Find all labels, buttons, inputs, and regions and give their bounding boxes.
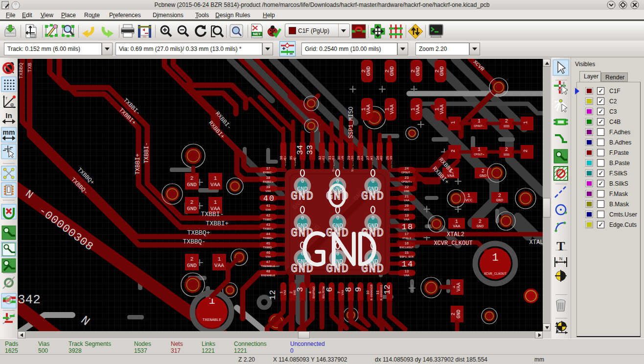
svg-text:GND: GND (456, 310, 461, 318)
svg-text:NET: NET (253, 32, 261, 36)
svg-text:TXBBQ+: TXBBQ+ (263, 237, 274, 240)
svg-text:GND: GND (480, 173, 487, 178)
svg-text:26: 26 (376, 156, 380, 160)
svg-text:25: 25 (386, 156, 390, 160)
svg-text:§§§§: §§§§ (504, 125, 509, 128)
svg-text:2: 2 (190, 199, 194, 205)
svg-text:19: 19 (405, 214, 409, 218)
svg-text:VAA: VAA (404, 199, 410, 202)
svg-text:20: 20 (405, 204, 409, 208)
svg-text:0: 0 (371, 215, 375, 221)
svg-text:VAA: VAA (404, 274, 410, 277)
svg-text:TXENABLE: TXENABLE (261, 265, 276, 268)
svg-text:GND: GND (187, 182, 197, 188)
svg-text:RXHPSW2: RXHPSW2 (312, 286, 316, 299)
svg-text:XTAL2: XTAL2 (447, 231, 464, 238)
svg-text:GND: GND (389, 66, 395, 76)
svg-text:1: 1 (492, 252, 498, 264)
svg-text:VAA: VAA (283, 290, 287, 295)
svg-text:9: 9 (354, 287, 363, 292)
svg-text:GND: GND (361, 190, 384, 203)
svg-text:23: 23 (405, 176, 409, 180)
svg-text:1: 1 (214, 175, 217, 181)
svg-text:GND: GND (439, 66, 445, 76)
svg-text:40: 40 (263, 194, 275, 203)
svg-text:1: 1 (478, 147, 481, 152)
svg-text:21: 21 (405, 194, 409, 198)
svg-text:TXBBI+: TXBBI+ (263, 227, 274, 231)
svg-text:TXBBQ-: TXBBQ- (263, 246, 274, 249)
svg-text:SSP1_SCK: SSP1_SCK (400, 255, 414, 259)
svg-text:5: 5 (318, 291, 322, 293)
svg-text:RXBBI+: RXBBI+ (263, 180, 274, 184)
svg-text:3: 3 (296, 287, 305, 292)
svg-text:7: 7 (337, 291, 341, 293)
svg-text:VCC: VCC (465, 198, 473, 202)
svg-text:2: 2 (451, 149, 456, 152)
svg-text:TXBBI-: TXBBI- (143, 142, 150, 163)
svg-text:1: 1 (478, 119, 481, 124)
svg-text:GND: GND (291, 190, 314, 203)
svg-text:42: 42 (266, 214, 270, 218)
svg-text:37: 37 (266, 167, 270, 170)
svg-text:CPOUT+: CPOUT+ (474, 153, 484, 156)
svg-text:RXBBI-: RXBBI- (263, 171, 274, 174)
svg-text:SSP1_MISO: SSP1_MISO (348, 107, 355, 139)
svg-text:XCVR_CLKOUT: XCVR_CLKOUT (434, 240, 472, 247)
svg-text:2: 2 (451, 313, 456, 315)
svg-text:VAA: VAA (266, 255, 271, 259)
svg-text:TXENABLE: TXENABLE (203, 317, 222, 322)
svg-text:2: 2 (289, 291, 293, 293)
svg-text:2: 2 (190, 256, 194, 262)
svg-text:GND: GND (187, 206, 197, 212)
svg-text:12: 12 (268, 290, 277, 300)
svg-text:47: 47 (266, 260, 270, 264)
svg-text:12: 12 (383, 285, 392, 294)
svg-text:VAA: VAA (266, 190, 271, 193)
svg-text:2: 2 (190, 175, 194, 181)
svg-text:TXBBI+: TXBBI+ (206, 220, 229, 227)
svg-text:GND: GND (496, 198, 504, 202)
svg-text:0: 0 (336, 251, 340, 257)
svg-text:29: 29 (347, 156, 351, 160)
svg-text:31: 31 (328, 156, 332, 160)
svg-text:33: 33 (305, 145, 315, 155)
svg-text:46: 46 (266, 251, 270, 255)
svg-text:0: 0 (336, 178, 340, 184)
svg-text:TXBBQ+: TXBBQ+ (187, 229, 210, 237)
svg-text:VAA: VAA (415, 104, 421, 114)
svg-text:VAA: VAA (210, 182, 220, 188)
svg-text:r: r (6, 96, 7, 100)
svg-text:0: 0 (336, 215, 340, 221)
svg-text:14: 14 (402, 260, 414, 269)
svg-text:1: 1 (214, 199, 217, 205)
svg-text:1: 1 (523, 121, 529, 124)
svg-text:TXBBI-: TXBBI- (201, 211, 224, 218)
svg-text:38: 38 (266, 176, 270, 180)
svg-text:6: 6 (325, 287, 334, 292)
svg-text:TXBBI+: TXBBI+ (135, 153, 141, 174)
svg-text:10: 10 (366, 291, 370, 294)
svg-text:4: 4 (308, 291, 312, 293)
svg-text:GND: GND (404, 190, 410, 193)
svg-text:2: 2 (505, 119, 508, 124)
svg-text:φ: φ (10, 101, 14, 107)
svg-text:VAA: VAA (439, 104, 445, 114)
svg-text:XTAL2: XTAL2 (402, 237, 411, 240)
svg-text:0: 0 (371, 178, 375, 184)
svg-text:11: 11 (376, 291, 380, 294)
svg-text:GND: GND (477, 224, 484, 228)
svg-text:TXB: TXB (27, 63, 33, 73)
svg-text:17: 17 (405, 232, 409, 236)
svg-text:48: 48 (266, 269, 270, 273)
svg-text:T: T (556, 239, 565, 253)
svg-text:22: 22 (405, 185, 409, 189)
svg-text:TXBBI-: TXBBI- (263, 218, 274, 221)
svg-text:1: 1 (218, 256, 221, 262)
svg-text:27: 27 (366, 156, 370, 160)
svg-text:41: 41 (266, 204, 270, 208)
svg-text:45: 45 (266, 242, 270, 245)
svg-text:0: 0 (301, 178, 304, 184)
svg-text:GND: GND (415, 66, 421, 76)
svg-text:35: 35 (289, 156, 293, 160)
